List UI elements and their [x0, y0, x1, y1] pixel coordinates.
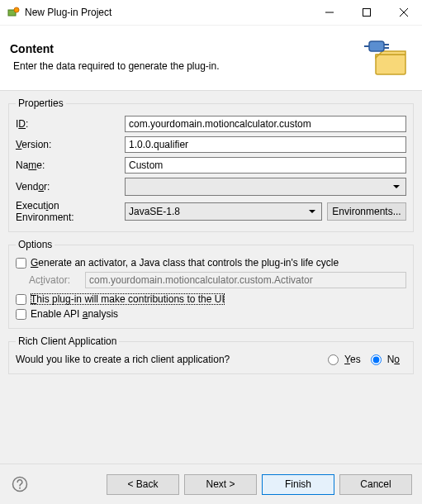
activator-label: Activator: [29, 274, 80, 286]
properties-group: Properties ID: Version: Name: Vendor: Ex… [8, 97, 414, 232]
rcp-yes-radio[interactable] [328, 354, 339, 365]
ui-contribution-checkbox[interactable] [16, 294, 26, 305]
next-button[interactable]: Next > [184, 474, 257, 495]
maximize-button[interactable] [348, 0, 385, 25]
content-area: Properties ID: Version: Name: Vendor: Ex… [0, 91, 422, 477]
rcp-no-label: No [387, 354, 400, 365]
rcp-legend: Rich Client Application [16, 335, 119, 347]
generate-activator-label: Generate an activator, a Java class that… [31, 257, 339, 269]
page-title: Content [10, 42, 364, 55]
vendor-combo[interactable] [125, 178, 406, 196]
name-label: Name: [16, 159, 120, 171]
cancel-button[interactable]: Cancel [339, 474, 412, 495]
window-title: New Plug-in Project [25, 7, 311, 18]
svg-rect-6 [376, 55, 405, 74]
svg-point-12 [19, 487, 21, 489]
rcp-question: Would you like to create a rich client a… [16, 354, 325, 365]
ui-contribution-label: This plug-in will make contributions to … [31, 293, 225, 305]
wizard-header: Content Enter the data required to gener… [0, 26, 422, 91]
options-group: Options Generate an activator, a Java cl… [8, 239, 414, 329]
version-label: Version: [16, 139, 120, 150]
version-input[interactable] [125, 136, 406, 153]
minimize-button[interactable] [311, 0, 348, 25]
activator-input [85, 272, 406, 288]
execenv-value: JavaSE-1.8 [129, 206, 180, 217]
svg-rect-7 [369, 41, 384, 51]
api-analysis-checkbox[interactable] [16, 309, 26, 320]
rcp-no-radio[interactable] [371, 354, 382, 365]
rcp-yes-label: Yes [344, 354, 361, 365]
wizard-footer: < Back Next > Finish Cancel [0, 464, 422, 504]
plugin-banner-icon [364, 36, 412, 78]
rcp-group: Rich Client Application Would you like t… [8, 335, 414, 374]
options-legend: Options [16, 239, 55, 250]
vendor-label: Vendor: [16, 181, 120, 193]
page-description: Enter the data required to generate the … [13, 60, 364, 72]
spacer [8, 381, 414, 477]
svg-rect-3 [363, 9, 370, 17]
api-analysis-label: Enable API analysis [31, 308, 118, 320]
id-input[interactable] [125, 116, 406, 132]
window-controls [311, 0, 422, 25]
properties-legend: Properties [16, 97, 66, 109]
execenv-combo[interactable]: JavaSE-1.8 [125, 202, 322, 221]
title-bar: New Plug-in Project [0, 0, 422, 26]
environments-button[interactable]: Environments... [327, 202, 406, 221]
execenv-label: Execution Environment: [16, 200, 120, 223]
help-button[interactable] [10, 474, 30, 494]
finish-button[interactable]: Finish [262, 474, 334, 495]
svg-point-1 [14, 7, 19, 12]
back-button[interactable]: < Back [107, 474, 179, 495]
name-input[interactable] [125, 157, 406, 174]
app-icon [7, 6, 20, 19]
id-label: ID: [16, 118, 120, 130]
generate-activator-checkbox[interactable] [16, 258, 26, 269]
close-button[interactable] [385, 0, 422, 25]
